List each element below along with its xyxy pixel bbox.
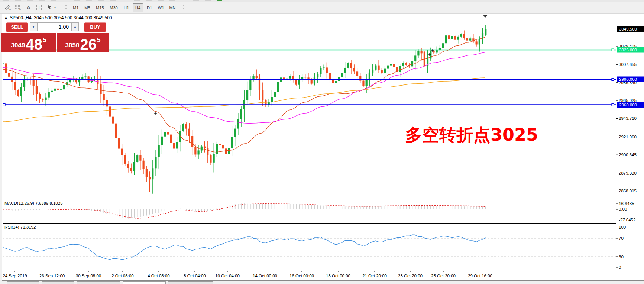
date-label: 8 Oct 04:00 — [184, 274, 206, 278]
date-label: 25 Oct 20:00 — [431, 274, 456, 278]
buy-price-prefix: 3050 — [65, 42, 80, 49]
chart-ohlc-header: ▲SP500-,H4 3045.500 3054.500 3044.000 30… — [4, 15, 112, 20]
level-price-badge-3025: 3025.000 — [617, 47, 644, 52]
date-label: 26 Sep 12:00 — [39, 274, 65, 278]
price-tick-label: 3007.655 — [619, 62, 637, 67]
sell-price-big: 48 — [26, 38, 42, 51]
price-tick-label: 2943.710 — [619, 116, 637, 121]
level-price-badge-2990: 2990.000 — [617, 77, 644, 82]
date-label: 2 Oct 08:00 — [111, 274, 133, 278]
chart-annotation-text: 多空转折点3025 — [405, 124, 538, 147]
macd-axis-label: -27.6452 — [619, 218, 635, 222]
volume-input[interactable] — [37, 22, 71, 31]
ohlc-values: 3045.500 3054.500 3044.000 3049.500 — [34, 15, 112, 20]
price-tick-label: 2900.645 — [619, 153, 637, 157]
rsi-axis-label: 70 — [619, 236, 624, 240]
rsi-axis-label: 100 — [619, 225, 626, 229]
date-label: 21 Oct 20:00 — [362, 274, 387, 278]
date-label: 30 Sep 08:00 — [76, 274, 101, 278]
chart-tab-SP500H4[interactable]: SP500-,H4 — [123, 281, 166, 284]
rsi-axis-label: 30 — [619, 255, 624, 259]
buy-price-big: 26 — [80, 38, 97, 51]
rsi-axis-label: 0 — [619, 265, 621, 269]
slow-ma-line — [3, 78, 485, 122]
price-tick-label: 2921.960 — [619, 135, 637, 139]
buy-button[interactable]: BUY — [84, 22, 106, 32]
date-label: 29 Oct 16:00 — [468, 274, 492, 278]
volume-up-button[interactable]: ▲ — [71, 22, 79, 31]
date-label: 4 Oct 08:00 — [148, 274, 169, 278]
volume-down-button[interactable]: ▼ — [30, 22, 37, 31]
macd-axis-label: 0.00 — [619, 207, 627, 211]
rsi-label: RSI(14) 71.3192 — [4, 225, 36, 229]
chart-tab-CHINA300H4[interactable]: CHINA300,H4 — [168, 281, 213, 284]
price-tick-label: 2879.330 — [619, 171, 637, 175]
date-label: 14 Oct 00:00 — [253, 274, 277, 278]
date-label: 23 Oct 20:00 — [398, 274, 423, 278]
date-label: 24 Sep 2019 — [3, 274, 27, 278]
macd-label: MACD(12,26,9) 7.6389 8.1025 — [4, 201, 63, 205]
sell-button[interactable]: SELL — [6, 22, 28, 32]
macd-axis-label: 16.6435 — [619, 201, 634, 206]
level-price-badge-2960: 2960.000 — [617, 102, 644, 108]
symbol-marker-icon: ▲ — [4, 16, 7, 19]
chart-tab-XAUUSDH4[interactable]: XAUUSD-,H4 — [77, 281, 120, 284]
sell-price-prefix: 3049 — [11, 42, 25, 49]
current-price-badge: 3049.500 — [617, 26, 644, 32]
date-label: 16 Oct 00:00 — [289, 274, 314, 278]
price-tick-label: 2858.015 — [619, 189, 637, 193]
symbol-label: SP500-,H4 — [10, 15, 32, 20]
buy-price-sup: 5 — [97, 36, 100, 44]
date-label: 18 Oct 00:00 — [326, 274, 350, 278]
sell-price-sup: 5 — [43, 36, 46, 44]
chart-tab-UKOilH4[interactable]: UKOil,H4 — [42, 281, 74, 284]
date-label: 10 Oct 04:00 — [215, 274, 240, 278]
chart-tab-USOilH4[interactable]: USOil,H4 — [7, 281, 39, 284]
buy-price-display[interactable]: 3050 26 5 — [57, 33, 109, 52]
sell-price-display[interactable]: 3049 48 5 — [1, 33, 56, 52]
